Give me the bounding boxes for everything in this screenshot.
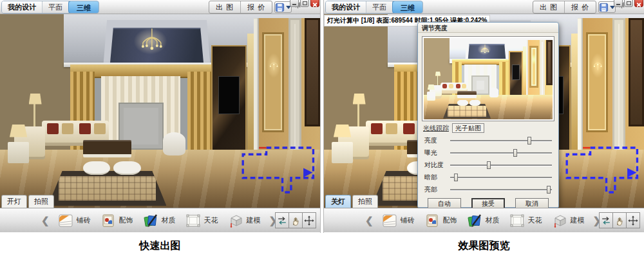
toolbar-item-ceiling[interactable]: 天花 — [507, 214, 545, 228]
wall-sconce — [269, 54, 278, 78]
window-controls — [290, 0, 319, 7]
tab-plan[interactable]: 平面 — [43, 1, 69, 13]
close-button[interactable] — [310, 0, 319, 7]
tab-snapshot[interactable]: 拍照 — [28, 195, 54, 208]
dark-wood-door — [305, 18, 320, 126]
render-viewport[interactable]: 开灯 拍照 — [0, 14, 320, 208]
tab-light-off[interactable]: 关灯 — [325, 195, 351, 208]
pan-button[interactable] — [289, 212, 303, 228]
curtain-right — [499, 62, 509, 95]
restore-button[interactable] — [624, 0, 633, 7]
quote-button[interactable]: 报 价 — [564, 1, 596, 13]
material-icon — [143, 214, 158, 228]
toolbar-item-decor[interactable]: 配饰 — [422, 214, 460, 228]
pedestal-table — [163, 132, 185, 155]
toolbar-item-model[interactable]: 建模 — [549, 214, 587, 228]
orbit-button[interactable] — [599, 212, 613, 228]
auto-button[interactable]: 自动 — [428, 198, 461, 208]
toolbar-prev-icon[interactable]: ❮ — [40, 215, 51, 226]
slider-thumb[interactable] — [513, 149, 517, 157]
tab-3d[interactable]: 三维 — [392, 1, 423, 14]
export-button[interactable]: 出 图 — [533, 1, 564, 13]
tab-my-design[interactable]: 我的设计 — [326, 1, 366, 13]
ottoman — [83, 161, 110, 175]
orbit-button[interactable] — [275, 212, 289, 228]
pedestal-table — [489, 88, 498, 97]
minimize-icon — [292, 4, 296, 5]
brightness-slider[interactable] — [450, 137, 552, 145]
slider-label: 对比度 — [424, 161, 450, 170]
tab-3d[interactable]: 三维 — [68, 1, 99, 14]
close-button[interactable] — [634, 0, 643, 7]
toolbar-item-material[interactable]: 材质 — [464, 214, 502, 228]
toolbar-item-ceiling[interactable]: 天花 — [183, 214, 221, 228]
white-pilaster — [526, 40, 528, 99]
render-viewport[interactable]: 灯光计算中 [1/8] 表面:689544 时间:1.95分 误差:0.242%… — [324, 14, 644, 208]
minimize-button[interactable] — [290, 0, 299, 7]
shadows-slider[interactable] — [450, 174, 552, 181]
photon-map-mode-button[interactable]: 光子贴图 — [452, 123, 484, 133]
toolbar-item-tile[interactable]: 铺砖 — [55, 214, 93, 228]
save-icon — [599, 3, 609, 12]
header-buttons: 出 图 报 价 — [533, 1, 596, 14]
floor-lamp-stem — [357, 103, 359, 126]
quote-button[interactable]: 报 价 — [240, 1, 272, 13]
material-icon — [467, 214, 482, 228]
tab-my-design[interactable]: 我的设计 — [2, 1, 43, 13]
tab-snapshot[interactable]: 拍照 — [352, 195, 378, 208]
slider-thumb[interactable] — [527, 137, 531, 145]
exposure-slider[interactable] — [450, 149, 552, 157]
save-button[interactable] — [598, 1, 616, 13]
tab-plan[interactable]: 平面 — [366, 1, 393, 13]
toolbar-label: 材质 — [162, 215, 176, 225]
slider-thumb[interactable] — [487, 161, 491, 169]
view-mode-tabs: 关灯 拍照 — [325, 195, 379, 208]
restore-icon — [303, 1, 307, 5]
white-pilaster — [578, 18, 583, 157]
slider-thumb[interactable] — [547, 186, 551, 194]
move-button[interactable] — [302, 212, 316, 228]
pillow — [403, 123, 415, 135]
tab-light-on[interactable]: 开灯 — [1, 195, 27, 208]
slider-label: 亮度 — [424, 136, 450, 145]
main-tabs: 我的设计 平面 三维 — [325, 1, 423, 14]
bottom-toolbar: ❮ 铺砖 配饰 — [0, 208, 320, 232]
toolbar-item-tile[interactable]: 铺砖 — [379, 214, 417, 228]
pillow — [79, 123, 91, 135]
coffee-table — [457, 91, 477, 98]
toolbar-item-model[interactable]: 建模 — [225, 214, 263, 228]
move-button[interactable] — [626, 212, 640, 228]
slider-thumb[interactable] — [454, 174, 458, 181]
move-arrows-icon — [628, 215, 638, 226]
restore-button[interactable] — [300, 0, 309, 7]
gold-panel-wall — [526, 40, 553, 99]
pillow — [449, 84, 453, 88]
pan-button[interactable] — [612, 212, 627, 228]
toolbar-label: 铺砖 — [401, 215, 415, 225]
cancel-button[interactable]: 取消 — [515, 198, 549, 208]
accept-button[interactable]: 接受 — [471, 198, 505, 208]
area-rug — [443, 104, 491, 119]
pillow — [94, 123, 106, 135]
rug-pattern — [59, 176, 156, 201]
render-preview-window: 我的设计 平面 三维 出 图 报 价 — [324, 0, 644, 232]
minimize-button[interactable] — [614, 0, 623, 7]
slider-label: 曝光 — [424, 148, 450, 157]
raytrace-mode-link[interactable]: 光线跟踪 — [423, 124, 449, 133]
export-button[interactable]: 出 图 — [209, 1, 240, 13]
highlights-slider[interactable] — [450, 186, 552, 194]
toolbar-prev-icon[interactable]: ❮ — [364, 215, 375, 226]
contrast-slider[interactable] — [450, 161, 552, 169]
comparison-screenshot: 我的设计 平面 三维 出 图 报 价 — [0, 0, 644, 260]
toolbar-item-decor[interactable]: 配饰 — [98, 214, 136, 228]
toolbar-label: 配饰 — [119, 215, 133, 225]
slider-row: 对比度 — [424, 159, 552, 171]
dark-wood-door — [629, 18, 644, 126]
side-table — [427, 92, 435, 101]
save-button[interactable] — [274, 1, 292, 13]
minimize-icon — [616, 4, 620, 5]
toolbar-item-material[interactable]: 材质 — [140, 214, 178, 228]
wall-panel-frame — [529, 46, 538, 88]
area-rug — [48, 171, 167, 206]
orbit-arrows-icon — [277, 215, 287, 226]
